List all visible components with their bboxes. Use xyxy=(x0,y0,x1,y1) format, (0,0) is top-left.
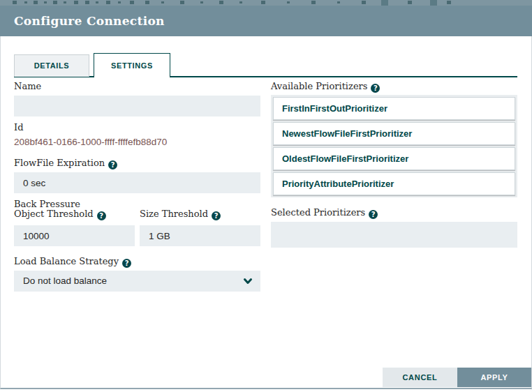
size-threshold-input[interactable] xyxy=(140,225,260,246)
selected-prioritizers-dropzone[interactable] xyxy=(271,222,517,248)
apply-button[interactable]: APPLY xyxy=(457,368,531,387)
load-balance-strategy-label-text: Load Balance Strategy xyxy=(14,256,119,266)
prioritizer-item[interactable]: FirstInFirstOutPrioritizer xyxy=(273,97,515,120)
prioritizer-item[interactable]: OldestFlowFileFirstPrioritizer xyxy=(273,147,515,170)
back-pressure-group-label: Back Pressure xyxy=(14,199,80,209)
size-threshold-label-text: Size Threshold xyxy=(140,209,208,219)
help-icon[interactable] xyxy=(212,211,221,220)
name-input[interactable] xyxy=(14,96,260,116)
load-balance-strategy-value: Do not load balance xyxy=(23,276,107,286)
back-pressure-object-threshold-label: Back Pressure Object Threshold xyxy=(14,199,106,220)
help-icon[interactable] xyxy=(122,259,131,268)
help-icon[interactable] xyxy=(371,84,380,93)
cancel-button[interactable]: CANCEL xyxy=(383,368,457,387)
prioritizer-item[interactable]: PriorityAttributePrioritizer xyxy=(273,172,515,195)
object-threshold-input[interactable] xyxy=(14,225,135,246)
prioritizer-item[interactable]: NewestFlowFileFirstPrioritizer xyxy=(273,122,515,145)
load-balance-strategy-label: Load Balance Strategy xyxy=(14,257,131,268)
help-icon[interactable] xyxy=(108,160,117,169)
tab-underline xyxy=(14,76,517,77)
name-label: Name xyxy=(14,82,41,91)
flowfile-expiration-input[interactable] xyxy=(14,172,260,193)
id-label: Id xyxy=(14,123,23,133)
background-toolbar-strip xyxy=(0,0,532,6)
object-threshold-label-text: Object Threshold xyxy=(14,209,94,219)
tab-settings[interactable]: SETTINGS xyxy=(94,53,170,77)
available-prioritizers-list: FirstInFirstOutPrioritizer NewestFlowFil… xyxy=(271,95,517,197)
dialog-title: Configure Connection xyxy=(14,6,165,36)
help-icon[interactable] xyxy=(97,211,106,220)
tab-details[interactable]: DETAILS xyxy=(14,54,89,77)
available-prioritizers-label-text: Available Prioritizers xyxy=(271,81,367,91)
help-icon[interactable] xyxy=(369,210,378,219)
size-threshold-label: Size Threshold xyxy=(140,209,221,220)
available-prioritizers-label: Available Prioritizers xyxy=(271,82,380,93)
flowfile-expiration-label-text: FlowFile Expiration xyxy=(14,158,105,168)
selected-prioritizers-label: Selected Prioritizers xyxy=(271,208,378,219)
load-balance-strategy-dropdown[interactable]: Do not load balance xyxy=(14,271,260,292)
selected-prioritizers-label-text: Selected Prioritizers xyxy=(271,207,365,218)
background-toolbar-icons xyxy=(13,1,17,4)
chevron-down-icon xyxy=(242,275,254,287)
id-value: 208bf461-0166-1000-ffff-ffffefb88d70 xyxy=(14,137,167,147)
flowfile-expiration-label: FlowFile Expiration xyxy=(14,158,117,169)
